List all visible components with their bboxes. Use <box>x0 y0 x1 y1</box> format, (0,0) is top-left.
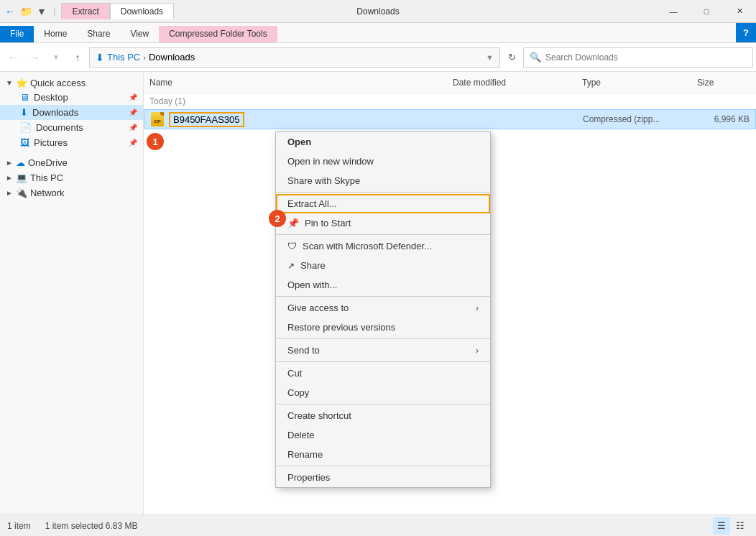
path-separator-1: › <box>143 53 146 62</box>
help-button[interactable]: ? <box>736 22 756 42</box>
detail-view-button[interactable]: ☰ <box>713 517 730 535</box>
sidebar-section-onedrive[interactable]: ► ☁ OneDrive <box>0 154 143 170</box>
ctx-give-access[interactable]: Give access to › <box>276 298 490 318</box>
item-count: 1 item <box>7 521 31 531</box>
step-badge-1: 1 <box>147 133 164 150</box>
pin-icon-downloads: 📌 <box>129 108 137 116</box>
chevron-right-icon-sendto: › <box>476 345 479 356</box>
address-bar: ← → ▼ ↑ ⬇ This PC › Downloads ▼ ↻ 🔍 <box>0 43 756 72</box>
chevron-right-icon-3: ► <box>6 189 13 197</box>
sidebar-item-pictures[interactable]: 🖼 Pictures 📌 <box>0 135 143 150</box>
chevron-right-icon: ► <box>6 159 13 167</box>
ctx-pin-start[interactable]: 📌 Pin to Start <box>276 213 490 233</box>
pictures-icon: 🖼 <box>20 137 29 148</box>
ctx-open-with[interactable]: Open with... <box>276 275 490 295</box>
network-icon: 🔌 <box>16 188 27 198</box>
zip-icon: ZIP <box>151 112 164 126</box>
path-thispc[interactable]: This PC <box>107 52 140 63</box>
ctx-share-skype[interactable]: Share with Skype <box>276 171 490 190</box>
extract-tab[interactable]: Extract <box>61 3 109 19</box>
sidebar-section-thispc[interactable]: ► 💻 This PC <box>0 170 143 185</box>
sidebar-section-quick-access[interactable]: ▼ ⭐ Quick access <box>0 75 143 90</box>
file-size: 6,996 KB <box>698 114 755 124</box>
folder-icon[interactable]: 📁 <box>19 4 33 19</box>
tab-home[interactable]: Home <box>34 26 77 42</box>
col-date[interactable]: Date modified <box>447 72 576 93</box>
back-button[interactable]: ← <box>3 47 23 68</box>
pin-icon-documents: 📌 <box>129 124 137 131</box>
ctx-create-shortcut[interactable]: Create shortcut <box>276 406 490 425</box>
pin-icon: 📌 <box>129 93 137 101</box>
pin-to-start-icon: 📌 <box>287 218 299 228</box>
network-label: Network <box>30 188 65 198</box>
thispc-label: This PC <box>30 172 63 183</box>
desktop-label: Desktop <box>34 92 68 103</box>
sidebar-item-documents[interactable]: 📄 Documents 📌 <box>0 120 143 135</box>
ctx-cut[interactable]: Cut <box>276 364 490 383</box>
ctx-restore-versions[interactable]: Restore previous versions <box>276 318 490 337</box>
tab-share[interactable]: Share <box>77 26 120 42</box>
close-button[interactable]: ✕ <box>723 0 756 23</box>
file-item-b9450[interactable]: ZIP B9450FAAS305 Compressed (zipp... 6,9… <box>144 109 756 129</box>
tab-compressed-folder-tools[interactable]: Compressed Folder Tools <box>159 26 277 42</box>
ctx-extract-all[interactable]: Extract All... <box>276 194 490 213</box>
refresh-button[interactable]: ↻ <box>502 47 522 68</box>
documents-label: Documents <box>36 122 83 133</box>
large-icons-button[interactable]: ☷ <box>732 517 749 535</box>
col-size[interactable]: Size <box>691 72 756 93</box>
ctx-share[interactable]: ↗ Share <box>276 256 490 275</box>
ctx-sep-5 <box>276 361 490 362</box>
pictures-label: Pictures <box>34 137 68 148</box>
ctx-scan-defender[interactable]: 🛡 Scan with Microsoft Defender... <box>276 236 490 256</box>
window-title: Downloads <box>356 6 399 17</box>
context-menu: Open Open in new window Share with Skype… <box>275 131 491 488</box>
ctx-copy[interactable]: Copy <box>276 383 490 402</box>
pin-icon-pictures: 📌 <box>129 139 137 147</box>
chevron-down-icon: ▼ <box>6 79 13 87</box>
status-bar: 1 item 1 item selected 6.83 MB ☰ ☷ <box>0 514 756 536</box>
step-badge-2: 2 <box>269 210 286 227</box>
col-name[interactable]: Name <box>144 72 447 93</box>
sidebar: ▼ ⭐ Quick access 🖥 Desktop 📌 ⬇ Downloads… <box>0 72 144 514</box>
path-dropdown-icon[interactable]: ▼ <box>486 53 494 62</box>
documents-icon: 📄 <box>20 122 32 133</box>
ctx-rename[interactable]: Rename <box>276 445 490 464</box>
desktop-icon: 🖥 <box>20 92 29 103</box>
file-name-highlight: B9450FAAS305 <box>169 112 244 127</box>
onedrive-label: OneDrive <box>28 157 68 168</box>
downloads-path-icon: ⬇ <box>96 52 104 63</box>
ctx-delete[interactable]: Delete <box>276 425 490 445</box>
ctx-open-new-window[interactable]: Open in new window <box>276 152 490 171</box>
ctx-sep-4 <box>276 338 490 339</box>
ctx-sep-3 <box>276 296 490 297</box>
search-box[interactable]: 🔍 <box>523 47 753 68</box>
sidebar-item-downloads[interactable]: ⬇ Downloads 📌 <box>0 105 143 120</box>
ctx-send-to[interactable]: Send to › <box>276 341 490 360</box>
ctx-open[interactable]: Open <box>276 132 490 152</box>
pin-icon[interactable]: ▼ <box>34 4 49 19</box>
maximize-button[interactable]: □ <box>690 0 723 23</box>
address-path[interactable]: ⬇ This PC › Downloads ▼ <box>89 47 500 68</box>
sidebar-item-desktop[interactable]: 🖥 Desktop 📌 <box>0 90 143 105</box>
search-input[interactable] <box>545 52 747 63</box>
chevron-right-icon-access: › <box>476 302 479 313</box>
up-button[interactable]: ↑ <box>68 47 88 68</box>
forward-button[interactable]: → <box>24 47 45 68</box>
title-bar: ← 📁 ▼ | Extract Downloads Downloads — □ … <box>0 0 756 23</box>
path-downloads[interactable]: Downloads <box>149 52 195 63</box>
chevron-right-icon-2: ► <box>6 174 13 182</box>
thispc-icon: 💻 <box>16 172 27 183</box>
sidebar-section-network[interactable]: ► 🔌 Network <box>0 185 143 200</box>
ctx-properties[interactable]: Properties <box>276 468 490 487</box>
back-arrow-icon[interactable]: ← <box>3 4 17 19</box>
tab-file[interactable]: File <box>0 26 34 42</box>
downloads-tab-title: Downloads <box>110 3 174 19</box>
recent-button[interactable]: ▼ <box>46 47 66 68</box>
ribbon-tabs: File Home Share View Compressed Folder T… <box>0 23 756 43</box>
col-type[interactable]: Type <box>576 72 691 93</box>
ctx-sep-7 <box>276 466 490 466</box>
tab-view[interactable]: View <box>120 26 159 42</box>
view-controls: ☰ ☷ <box>713 517 749 535</box>
minimize-button[interactable]: — <box>657 0 690 23</box>
onedrive-icon: ☁ <box>16 157 25 168</box>
